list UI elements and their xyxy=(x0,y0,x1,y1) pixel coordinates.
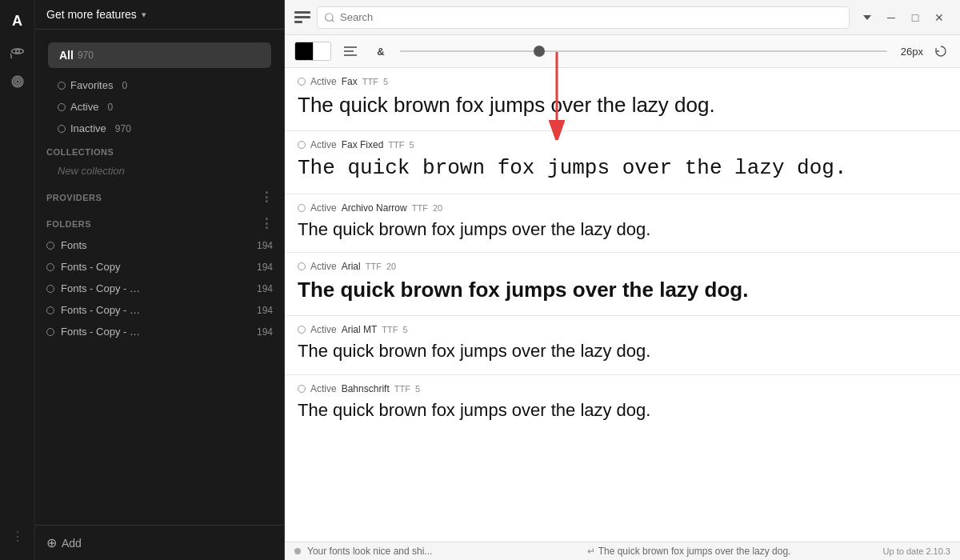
collections-label: COLLECTIONS xyxy=(46,147,114,157)
folder-name: Fonts - Copy - … xyxy=(61,326,246,338)
white-swatch xyxy=(313,42,330,60)
font-radio-fax-fixed[interactable] xyxy=(298,141,306,149)
font-count-arial-mt: 5 xyxy=(403,325,408,334)
folder-name: Fonts xyxy=(61,239,246,251)
folder-item-fonts-copy-3[interactable]: Fonts - Copy - … 194 xyxy=(35,299,284,321)
close-icon: ✕ xyxy=(934,11,944,24)
favorites-radio xyxy=(58,82,66,90)
search-icon xyxy=(324,12,335,23)
title-bar: ─ □ ✕ xyxy=(285,0,960,35)
inactive-radio xyxy=(58,125,66,133)
all-label: All xyxy=(59,49,74,62)
font-radio-bahnschrift[interactable] xyxy=(298,385,306,393)
atom-nav-icon[interactable] xyxy=(3,37,32,66)
active-label: Active xyxy=(70,101,98,113)
font-entry-arial-mt: Active Arial MT TTF 5 The quick brown fo… xyxy=(285,316,960,375)
black-swatch xyxy=(295,42,313,60)
layout-toggle-button[interactable] xyxy=(294,11,310,24)
active-count: 0 xyxy=(107,102,113,113)
folder-radio xyxy=(46,306,54,314)
font-preview-fax-fixed: The quick brown fox jumps over the lazy … xyxy=(298,155,947,182)
new-collection-item[interactable]: New collection xyxy=(35,160,284,182)
search-box xyxy=(317,6,850,29)
maximize-button[interactable]: □ xyxy=(904,6,926,29)
all-filter-item[interactable]: All 970 xyxy=(48,42,271,68)
svg-point-0 xyxy=(15,50,19,54)
close-button[interactable]: ✕ xyxy=(928,6,950,29)
status-left-text: Your fonts look nice and shi... xyxy=(307,546,495,557)
favorites-label: Favorites xyxy=(70,79,113,91)
dropdown-arrow-button[interactable] xyxy=(856,6,878,29)
text-align-button[interactable] xyxy=(339,40,362,62)
font-size-slider[interactable] xyxy=(400,50,887,52)
main-wrapper: ─ □ ✕ & 26px xyxy=(285,0,960,560)
font-list: Active Fax TTF 5 The quick brown fox jum… xyxy=(285,68,960,542)
font-count-bahnschrift: 5 xyxy=(415,384,420,394)
color-switcher[interactable] xyxy=(294,42,331,61)
features-label: Get more features xyxy=(46,8,137,21)
status-bar: Your fonts look nice and shi... ↵ The qu… xyxy=(285,542,960,560)
add-label: Add xyxy=(62,537,82,550)
layout-line-2 xyxy=(294,16,310,18)
font-type-fax: TTF xyxy=(362,77,378,86)
font-name-fax-fixed: Fax Fixed xyxy=(342,139,384,150)
font-name-arial: Arial xyxy=(342,261,361,272)
font-radio-arial-mt[interactable] xyxy=(298,326,306,334)
font-name-archivo: Archivo Narrow xyxy=(342,202,407,214)
font-name-arial-mt: Arial MT xyxy=(342,324,378,335)
folders-section-header: FOLDERS ⋮ xyxy=(35,208,284,234)
status-dot xyxy=(294,548,301,554)
font-meta-fax: Active Fax TTF 5 xyxy=(298,76,947,87)
inactive-filter[interactable]: Inactive 970 xyxy=(35,118,284,139)
font-entry-arial: Active Arial TTF 20 The quick brown fox … xyxy=(285,253,960,316)
folder-item-fonts-copy-2[interactable]: Fonts - Copy - … 194 xyxy=(35,278,284,299)
providers-more-icon[interactable]: ⋮ xyxy=(260,190,274,205)
minimize-icon: ─ xyxy=(887,11,895,24)
font-radio-fax[interactable] xyxy=(298,78,306,86)
all-count: 970 xyxy=(78,50,94,61)
folder-item-fonts[interactable]: Fonts 194 xyxy=(35,234,284,256)
font-preview-arial: The quick brown fox jumps over the lazy … xyxy=(298,277,947,304)
font-preview-arial-mt: The quick brown fox jumps over the lazy … xyxy=(298,340,947,363)
align-icon xyxy=(344,46,357,57)
folders-more-icon[interactable]: ⋮ xyxy=(260,216,274,231)
font-radio-archivo[interactable] xyxy=(298,204,306,212)
favorites-filter[interactable]: Favorites 0 xyxy=(35,74,284,96)
return-icon: ↵ xyxy=(587,546,595,557)
minimize-button[interactable]: ─ xyxy=(880,6,902,29)
podcast-nav-icon[interactable] xyxy=(3,67,32,96)
font-meta-archivo: Active Archivo Narrow TTF 20 xyxy=(298,202,947,214)
svg-marker-7 xyxy=(863,15,871,20)
folder-count: 194 xyxy=(257,283,273,294)
font-size-label: 26px xyxy=(895,46,923,58)
status-version: Up to date 2.10.3 xyxy=(883,546,950,556)
more-options-icon[interactable]: ⋮ xyxy=(3,522,32,550)
inactive-label: Inactive xyxy=(70,122,106,134)
folder-item-fonts-copy-4[interactable]: Fonts - Copy - … 194 xyxy=(35,321,284,342)
font-preview-fax: The quick brown fox jumps over the lazy … xyxy=(298,92,947,119)
folder-count: 194 xyxy=(257,326,273,338)
get-more-features-button[interactable]: Get more features ▾ xyxy=(35,0,284,30)
ligature-button[interactable]: & xyxy=(370,40,392,62)
folder-radio xyxy=(46,328,54,336)
fonts-nav-icon[interactable]: A xyxy=(3,6,32,35)
folder-item-fonts-copy[interactable]: Fonts - Copy 194 xyxy=(35,256,284,278)
search-input[interactable] xyxy=(340,11,842,23)
folder-name: Fonts - Copy xyxy=(61,261,246,273)
font-count-fax: 5 xyxy=(383,77,388,86)
font-type-archivo: TTF xyxy=(412,203,428,213)
maximize-icon: □ xyxy=(912,11,918,24)
font-status-fax: Active xyxy=(310,76,337,87)
folder-radio xyxy=(46,242,54,250)
reset-button[interactable] xyxy=(931,42,950,61)
font-type-arial-mt: TTF xyxy=(382,325,398,334)
sidebar-main: All 970 Favorites 0 Active 0 Inactive 97… xyxy=(35,30,284,525)
reset-icon xyxy=(934,45,947,58)
font-meta-arial: Active Arial TTF 20 xyxy=(298,261,947,272)
active-filter[interactable]: Active 0 xyxy=(35,96,284,118)
font-radio-arial[interactable] xyxy=(298,262,306,270)
font-meta-arial-mt: Active Arial MT TTF 5 xyxy=(298,324,947,335)
font-type-arial: TTF xyxy=(366,262,382,271)
add-footer-button[interactable]: ⊕ Add xyxy=(35,525,284,560)
font-entry-archivo-narrow: Active Archivo Narrow TTF 20 The quick b… xyxy=(285,194,960,254)
